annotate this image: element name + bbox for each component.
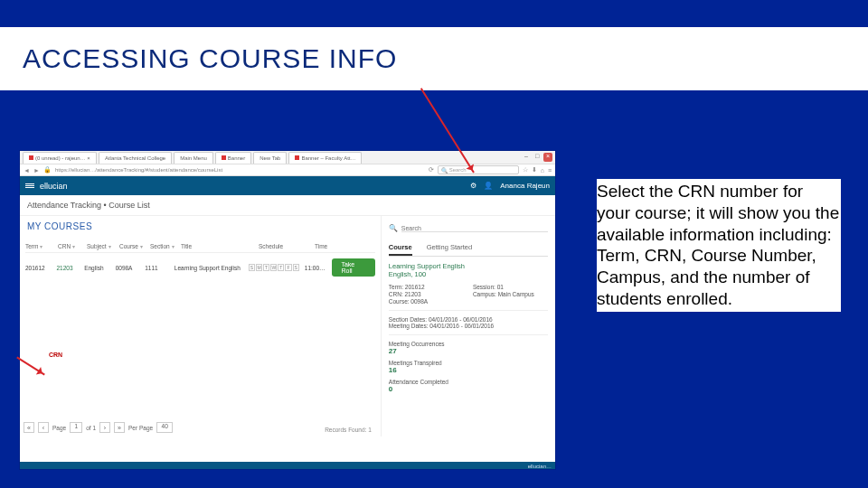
day-chip: T <box>278 264 284 271</box>
search-icon: 🔍 <box>389 224 398 232</box>
footer-text: ellucian… <box>528 464 552 469</box>
favicon-icon <box>29 155 33 160</box>
browser-tabstrip: (0 unread) - rajeun… × Atlanta Technical… <box>20 151 555 164</box>
divider <box>389 334 548 335</box>
gear-icon[interactable]: ⚙ <box>470 182 476 190</box>
pager-perpage-label: Per Page <box>128 425 153 431</box>
browser-tab[interactable]: Banner – Faculty Att… <box>288 152 362 164</box>
pager-page-input[interactable]: 1 <box>70 422 82 433</box>
pager-first-button[interactable]: « <box>24 422 34 433</box>
home-icon[interactable]: ⌂ <box>541 167 544 174</box>
tab-course[interactable]: Course <box>389 240 412 256</box>
tab-label: Banner – Faculty Att… <box>301 155 355 161</box>
search-icon: 🔍 <box>441 167 448 174</box>
col-time[interactable]: Time <box>315 243 338 249</box>
window-close-icon[interactable]: × <box>543 153 552 162</box>
col-term[interactable]: Term▾ <box>25 243 52 249</box>
nav-back-icon[interactable]: ◄ <box>24 167 30 174</box>
day-chip: S <box>293 264 299 271</box>
browser-tab[interactable]: New Tab <box>253 152 287 164</box>
left-pane: MY COURSES Term▾ CRN▾ Subject▾ Course▾ S… <box>20 216 382 436</box>
reload-icon[interactable]: ⟳ <box>429 166 434 174</box>
kv-term: Term: 201612 <box>389 284 464 290</box>
col-subject[interactable]: Subject▾ <box>87 243 114 249</box>
search-placeholder: Search <box>449 167 467 173</box>
metric-value: 27 <box>389 347 548 355</box>
course-details-grid: Term: 201612 Session: 01 CRN: 21203 Camp… <box>389 284 548 305</box>
window-maximize-icon[interactable]: □ <box>533 153 542 162</box>
day-chip: T <box>263 264 269 271</box>
cell-section: 1111 <box>145 265 169 271</box>
day-chip: W <box>270 264 277 271</box>
cell-schedule: S M T W T F S <box>249 264 299 271</box>
day-chip: S <box>249 264 255 271</box>
right-pane: 🔍 Course Getting Started Learning Suppor… <box>382 216 555 436</box>
col-crn[interactable]: CRN▾ <box>58 243 81 249</box>
pager: « ‹ Page 1 of 1 › » Per Page 40 <box>24 422 173 433</box>
pager-last-button[interactable]: » <box>114 422 125 433</box>
tab-label: (0 unread) - rajeun… × <box>35 155 90 161</box>
col-section[interactable]: Section▾ <box>150 243 175 249</box>
download-icon[interactable]: ⬇ <box>532 166 537 174</box>
app-bar: ellucian ⚙ 👤 Ananca Rajeun <box>20 176 555 195</box>
cell-title: Learning Support English <box>175 265 243 271</box>
kv-campus: Campus: Main Campus <box>473 291 548 297</box>
divider <box>389 310 548 311</box>
lock-icon: 🔒 <box>43 166 52 174</box>
take-roll-button[interactable]: Take Roll <box>332 258 374 277</box>
breadcrumb: Attendance Tracking • Course List <box>20 195 555 216</box>
browser-tab[interactable]: Main Menu <box>174 152 213 164</box>
avatar-icon[interactable]: 👤 <box>484 182 493 190</box>
cell-crn[interactable]: 21203 <box>56 265 79 271</box>
meeting-dates: Meeting Dates: 04/01/2016 - 06/01/2016 <box>389 323 548 329</box>
cell-subject: English <box>84 265 109 271</box>
sort-icon: ▾ <box>108 243 111 249</box>
browser-tab[interactable]: Atlanta Technical College <box>99 152 172 164</box>
sort-icon: ▾ <box>40 243 42 249</box>
menu-icon[interactable]: ≡ <box>548 167 552 174</box>
address-text[interactable]: https://ellucian…/attendanceTracking/#/s… <box>55 167 425 173</box>
pager-of-label: of 1 <box>86 425 96 431</box>
col-title[interactable]: Title <box>181 243 253 249</box>
slide-top-bar <box>0 0 868 27</box>
browser-tab[interactable]: (0 unread) - rajeun… × <box>23 152 97 164</box>
col-course[interactable]: Course▾ <box>119 243 145 249</box>
pager-perpage-select[interactable]: 40 <box>156 422 173 433</box>
pager-prev-button[interactable]: ‹ <box>38 422 49 433</box>
metric-label: Attendance Completed <box>389 379 548 385</box>
explain-text-block: Select the CRN number for your course; i… <box>597 179 841 312</box>
col-schedule[interactable]: Schedule <box>259 243 309 249</box>
table-header: Term▾ CRN▾ Subject▾ Course▾ Section▾ Tit… <box>25 240 375 253</box>
detail-tabs: Course Getting Started <box>389 240 548 257</box>
search-row: 🔍 <box>389 221 548 235</box>
hamburger-icon[interactable] <box>25 183 34 189</box>
sort-icon: ▾ <box>72 243 75 249</box>
cell-time: 11:00… <box>305 265 327 271</box>
window-minimize-icon[interactable]: – <box>522 153 531 162</box>
sort-icon: ▾ <box>140 243 143 249</box>
content-area: MY COURSES Term▾ CRN▾ Subject▾ Course▾ S… <box>20 216 555 436</box>
cell-course: 0098A <box>116 265 140 271</box>
table-row[interactable]: 201612 21203 English 0098A 1111 Learning… <box>25 253 375 282</box>
browser-tab[interactable]: Banner <box>215 152 251 164</box>
browser-search[interactable]: 🔍Search <box>438 165 519 174</box>
metric-value: 0 <box>389 385 548 393</box>
metric-value: 16 <box>389 366 548 374</box>
cell-term: 201612 <box>25 265 51 271</box>
metric-label: Meeting Occurrences <box>389 341 548 347</box>
sort-icon: ▾ <box>172 243 175 249</box>
tab-label: Banner <box>228 155 245 161</box>
course-title: Learning Support English English, 100 <box>389 262 548 278</box>
crn-callout-label: CRN <box>49 352 62 358</box>
search-input[interactable] <box>401 225 548 232</box>
my-courses-heading: MY COURSES <box>27 221 375 231</box>
tab-getting-started[interactable]: Getting Started <box>427 240 472 256</box>
bookmark-icon[interactable]: ☆ <box>523 166 528 174</box>
annotation-arrow-icon <box>16 357 45 376</box>
user-name[interactable]: Ananca Rajeun <box>500 182 550 190</box>
app-screenshot: (0 unread) - rajeun… × Atlanta Technical… <box>20 151 555 469</box>
pager-next-button[interactable]: › <box>99 422 110 433</box>
metric-label: Meetings Transpired <box>389 360 548 366</box>
slide-title-band: ACCESSING COURSE INFO <box>0 27 868 90</box>
nav-forward-icon[interactable]: ► <box>33 167 40 174</box>
